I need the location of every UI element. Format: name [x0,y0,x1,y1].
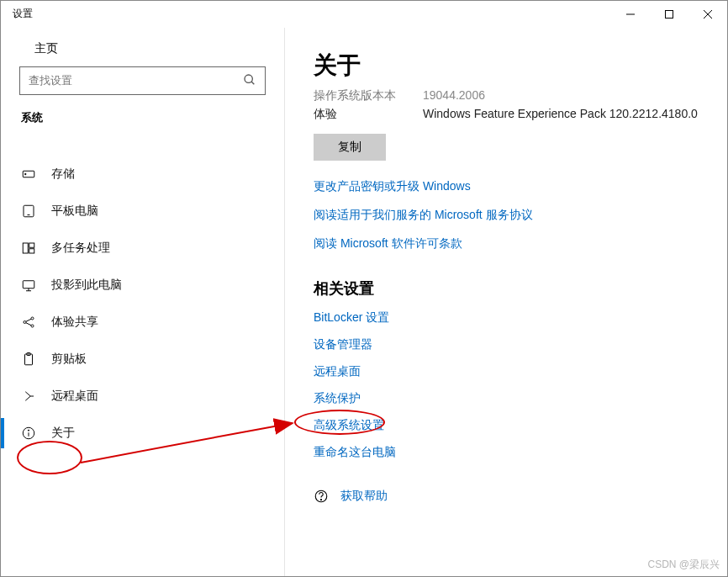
svg-rect-12 [29,249,34,253]
sidebar-item-project[interactable]: 投影到此电脑 [1,267,284,304]
window-body: 主页 查找设置 系统 存储 [1,28,727,576]
svg-line-20 [26,323,31,326]
watermark: CSDN @梁辰兴 [647,558,720,572]
svg-rect-11 [29,243,34,247]
window-title: 设置 [13,7,33,21]
search-wrap: 查找设置 [1,66,284,110]
experience-value: Windows Feature Experience Pack 120.2212… [423,107,698,122]
sidebar-item-label: 远程桌面 [51,389,98,404]
link-advanced-system-settings[interactable]: 高级系统设置 [314,418,699,433]
svg-point-26 [28,430,29,431]
svg-point-17 [31,317,34,320]
copy-button[interactable]: 复制 [314,134,386,161]
svg-point-16 [24,321,26,324]
search-icon [243,73,256,89]
link-remote-desktop[interactable]: 远程桌面 [314,364,699,379]
titlebar: 设置 [1,1,727,28]
sidebar-item-label: 体验共享 [51,315,98,330]
get-help-link[interactable]: 获取帮助 [314,489,699,504]
sidebar-item-tablet[interactable]: 平板电脑 [1,193,284,230]
sidebar-item-multitask[interactable]: 多任务处理 [1,230,284,267]
svg-line-5 [251,82,254,84]
sidebar-item-label: 平板电脑 [51,204,98,219]
sidebar-item-label: 关于 [51,426,75,441]
os-build-label: 操作系统版本本 [314,88,423,103]
sidebar-item-label: 投影到此电脑 [51,278,122,293]
sidebar-item-label: 多任务处理 [51,241,110,256]
maximize-button[interactable] [650,1,688,28]
info-icon [21,426,36,441]
tablet-icon [21,204,36,219]
share-icon [21,315,36,330]
window-controls [611,1,727,28]
svg-rect-13 [23,281,34,288]
related-settings-heading: 相关设置 [314,278,699,299]
home-link[interactable]: 主页 [1,28,284,66]
sidebar-item-share[interactable]: 体验共享 [1,304,284,341]
link-change-product-key[interactable]: 更改产品密钥或升级 Windows [314,179,699,194]
svg-point-4 [245,75,252,82]
page-title: 关于 [314,50,699,82]
clipboard-icon [21,352,36,367]
storage-icon [21,167,36,182]
svg-point-18 [31,325,34,327]
os-build-value: 19044.2006 [423,88,485,103]
svg-point-28 [320,500,321,500]
settings-window: 设置 主页 查找设置 [0,0,728,577]
os-build-row: 操作系统版本本 19044.2006 [314,88,699,103]
related-settings-links: BitLocker 设置 设备管理器 远程桌面 系统保护 高级系统设置 重命名这… [314,310,699,460]
project-icon [21,278,36,293]
link-bitlocker[interactable]: BitLocker 设置 [314,310,699,326]
sidebar-item-storage[interactable]: 存储 [1,156,284,193]
link-license-terms[interactable]: 阅读 Microsoft 软件许可条款 [314,236,699,251]
sidebar-item-label: 剪贴板 [51,352,87,367]
remote-icon [21,389,36,404]
sidebar: 主页 查找设置 系统 存储 [1,28,285,576]
content-pane: 关于 操作系统版本本 19044.2006 体验 Windows Feature… [285,28,727,576]
home-label: 主页 [34,41,58,56]
close-button[interactable] [688,1,727,28]
link-device-manager[interactable]: 设备管理器 [314,337,699,352]
experience-label: 体验 [314,107,423,122]
link-rename-pc[interactable]: 重命名这台电脑 [314,445,699,460]
link-system-protection[interactable]: 系统保护 [314,391,699,406]
svg-rect-1 [666,10,673,18]
link-service-agreement[interactable]: 阅读适用于我们服务的 Microsoft 服务协议 [314,208,699,223]
sidebar-item-about[interactable]: 关于 [1,415,284,452]
minimize-button[interactable] [611,1,650,28]
experience-row: 体验 Windows Feature Experience Pack 120.2… [314,107,699,122]
search-input[interactable]: 查找设置 [19,66,266,95]
svg-point-7 [25,173,27,175]
search-placeholder: 查找设置 [29,73,243,88]
product-links: 更改产品密钥或升级 Windows 阅读适用于我们服务的 Microsoft 服… [314,179,699,251]
sidebar-nav: 存储 平板电脑 多任务处理 [1,156,284,452]
help-icon [314,489,329,504]
get-help-label: 获取帮助 [340,489,388,504]
multitask-icon [21,241,36,256]
sidebar-item-remote[interactable]: 远程桌面 [1,378,284,415]
sidebar-item-label: 存储 [51,167,75,182]
sidebar-item-clipboard[interactable]: 剪贴板 [1,341,284,378]
svg-line-19 [26,319,31,321]
sidebar-section-label: 系统 [1,110,284,134]
svg-rect-10 [23,243,28,253]
